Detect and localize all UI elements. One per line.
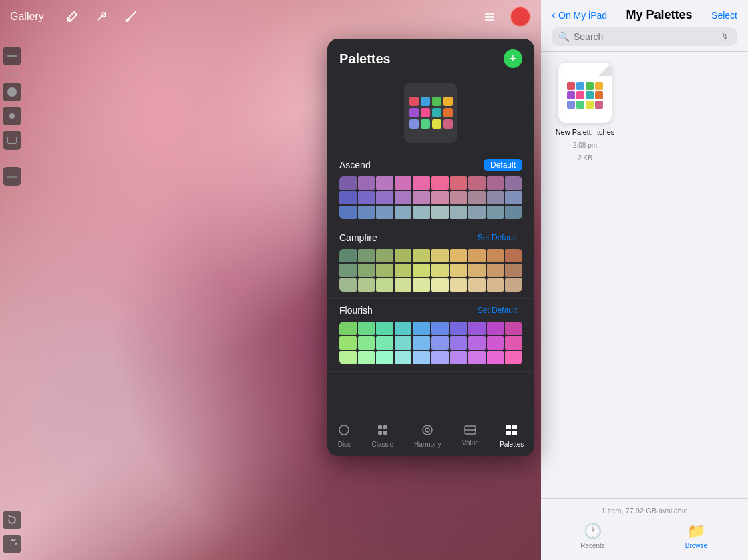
tab-harmony[interactable]: Harmony <box>407 421 448 451</box>
svg-rect-14 <box>512 425 517 429</box>
undo-tool[interactable] <box>3 511 21 529</box>
file-item-new-palette[interactable]: New Palett...tches 2:08 pm 2 KB <box>552 63 618 162</box>
ascend-swatches <box>339 176 522 219</box>
palette-item-flourish[interactable]: Flourish Set Default <box>327 299 534 372</box>
svg-rect-7 <box>378 431 382 435</box>
svg-rect-15 <box>506 431 511 435</box>
files-search-bar[interactable]: 🔍 🎙 <box>552 27 737 46</box>
back-chevron-icon: ‹ <box>552 8 556 22</box>
mic-icon[interactable]: 🎙 <box>721 31 731 42</box>
rect-select-tool[interactable] <box>3 131 21 150</box>
browse-icon: 📁 <box>687 523 705 540</box>
svg-rect-6 <box>383 425 387 429</box>
svg-rect-5 <box>378 425 382 429</box>
palette-title: Palettes <box>339 51 391 67</box>
svg-rect-2 <box>485 16 494 18</box>
svg-point-4 <box>339 425 349 435</box>
storage-info: 1 item, 77.92 GB available <box>541 504 748 520</box>
tab-value[interactable]: Value <box>455 423 486 449</box>
tab-browse[interactable]: 📁 Browse <box>644 523 748 549</box>
back-button[interactable]: On My iPad <box>558 10 607 21</box>
campfire-swatches <box>339 249 522 292</box>
color-picker-circle[interactable] <box>510 6 531 27</box>
search-input[interactable] <box>574 31 717 42</box>
file-corner <box>598 63 612 76</box>
toolbar-right <box>475 5 531 29</box>
color-mode-tabs: Disc Classic Harmony Value <box>327 414 534 456</box>
toolbar: Gallery <box>0 0 541 33</box>
svg-point-10 <box>425 428 429 432</box>
small-brush-tool[interactable] <box>3 107 21 125</box>
value-tab-label: Value <box>462 439 479 447</box>
palette-ascend-default-badge[interactable]: Default <box>484 159 522 171</box>
palette-item-ascend[interactable]: Ascend Default <box>327 154 534 226</box>
modify-tool[interactable] <box>60 5 84 29</box>
classic-tab-label: Classic <box>371 441 393 448</box>
svg-point-9 <box>423 425 432 435</box>
smudge-tool[interactable] <box>89 5 114 29</box>
flourish-swatches <box>339 322 522 364</box>
line-tool[interactable] <box>3 167 21 186</box>
palettes-icon <box>506 424 518 439</box>
palette-panel: Palettes + Ascend Default Campfire Set D… <box>327 39 534 456</box>
svg-rect-1 <box>485 13 494 15</box>
files-top-bar: ‹ On My iPad My Palettes Select <box>552 8 737 22</box>
palette-flourish-header: Flourish Set Default <box>339 304 522 316</box>
search-icon: 🔍 <box>558 31 570 42</box>
new-palette-grid <box>404 91 457 134</box>
file-thumbnail <box>558 63 612 123</box>
palette-campfire-name: Campfire <box>339 232 377 243</box>
palette-ascend-header: Ascend Default <box>339 159 522 171</box>
tab-palettes[interactable]: Palettes <box>493 421 530 451</box>
palette-campfire-set-default[interactable]: Set Default <box>472 232 522 244</box>
palette-item-campfire[interactable]: Campfire Set Default <box>327 226 534 299</box>
files-header: ‹ On My iPad My Palettes Select 🔍 🎙 <box>541 0 748 52</box>
sidebar-divider-1 <box>5 73 19 75</box>
layers-tool[interactable] <box>478 5 502 29</box>
gallery-button[interactable]: Gallery <box>10 11 44 23</box>
new-palette-card[interactable] <box>327 76 534 154</box>
files-nav: ‹ On My iPad <box>552 8 607 22</box>
palettes-tab-label: Palettes <box>500 441 524 448</box>
files-tab-bar: 🕐 Recents 📁 Browse <box>541 520 748 560</box>
file-timestamp: 2:08 pm <box>573 142 597 149</box>
palette-campfire-header: Campfire Set Default <box>339 232 522 244</box>
brush-size-tool[interactable] <box>3 83 21 101</box>
tab-recents[interactable]: 🕐 Recents <box>541 523 644 549</box>
redo-tool[interactable] <box>3 535 21 553</box>
value-icon <box>464 425 476 437</box>
tab-disc[interactable]: Disc <box>331 421 357 451</box>
files-content: New Palett...tches 2:08 pm 2 KB <box>541 52 748 498</box>
files-panel-title: My Palettes <box>607 8 711 22</box>
palette-flourish-name: Flourish <box>339 305 373 316</box>
svg-rect-13 <box>506 425 511 429</box>
files-select-button[interactable]: Select <box>711 10 737 21</box>
tab-classic[interactable]: Classic <box>365 421 399 451</box>
brush-tool[interactable] <box>119 5 143 29</box>
browse-label: Browse <box>685 542 707 549</box>
classic-icon <box>377 424 389 439</box>
sidebar-divider-2 <box>5 158 19 159</box>
svg-rect-3 <box>485 19 494 21</box>
opacity-tool[interactable] <box>3 47 21 65</box>
palette-header: Palettes + <box>327 39 534 76</box>
palette-list: Ascend Default Campfire Set Default Flou… <box>327 154 534 414</box>
file-size: 2 KB <box>578 154 592 162</box>
harmony-tab-label: Harmony <box>414 441 441 448</box>
palette-add-button[interactable]: + <box>504 49 522 68</box>
disc-icon <box>338 424 350 439</box>
palette-ascend-name: Ascend <box>339 160 371 170</box>
file-grid <box>560 71 610 114</box>
disc-tab-label: Disc <box>338 441 351 448</box>
palette-flourish-set-default[interactable]: Set Default <box>472 304 522 316</box>
svg-rect-16 <box>512 431 517 435</box>
files-panel: 📶 📍 97% 🔋 ‹ On My iPad My Palettes Selec… <box>541 0 748 560</box>
file-name: New Palett...tches <box>556 128 615 136</box>
svg-rect-8 <box>383 431 387 435</box>
left-sidebar <box>0 40 23 560</box>
recents-label: Recents <box>580 542 605 549</box>
new-palette-thumbnail <box>404 83 457 143</box>
harmony-icon <box>421 424 433 439</box>
recents-icon: 🕐 <box>584 523 602 540</box>
files-bottom: 1 item, 77.92 GB available 🕐 Recents 📁 B… <box>541 498 748 560</box>
